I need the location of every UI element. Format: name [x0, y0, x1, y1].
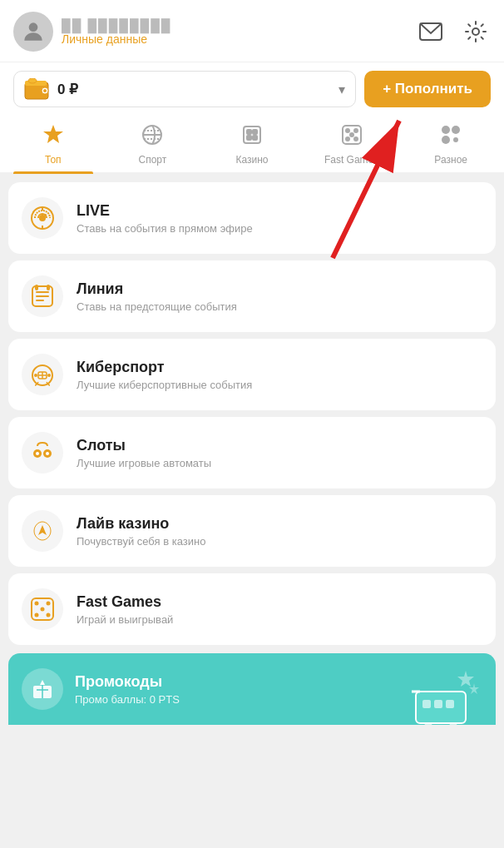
svg-rect-60 — [434, 700, 442, 708]
nav-tabs: Топ Спорт Казино — [0, 116, 504, 174]
menu-item-line[interactable]: Линия Ставь на предстоящие события — [8, 260, 496, 332]
svg-rect-11 — [247, 130, 251, 134]
svg-point-17 — [354, 129, 358, 132]
avatar[interactable] — [13, 12, 53, 52]
svg-point-21 — [442, 126, 450, 134]
svg-rect-13 — [247, 136, 251, 140]
menu-item-slots[interactable]: Слоты Лучшие игровые автоматы — [8, 417, 496, 488]
svg-point-50 — [35, 613, 39, 617]
svg-rect-12 — [253, 130, 257, 134]
tab-top-label: Топ — [45, 154, 62, 166]
svg-point-52 — [41, 607, 45, 612]
user-info: ██ ████████ Личные данные — [62, 18, 171, 46]
message-button[interactable] — [416, 17, 446, 47]
tab-sport[interactable]: Спорт — [103, 116, 203, 172]
svg-point-42 — [47, 374, 51, 377]
svg-point-19 — [354, 137, 358, 141]
slots-icon — [22, 432, 63, 474]
svg-point-51 — [47, 613, 51, 617]
menu-item-esports[interactable]: Киберспорт Лучшие киберспортивные событи… — [8, 339, 496, 410]
live-casino-icon — [22, 510, 63, 552]
menu-item-live[interactable]: LIVE Ставь на события в прямом эфире — [8, 182, 496, 254]
line-subtitle: Ставь на предстоящие события — [77, 300, 237, 313]
live-casino-title: Лайв казино — [77, 515, 205, 533]
svg-point-7 — [28, 78, 37, 83]
line-text: Линия Ставь на предстоящие события — [77, 280, 237, 313]
slots-title: Слоты — [77, 437, 211, 454]
balance-chevron-icon: ▾ — [338, 82, 345, 97]
header-left: ██ ████████ Личные данные — [13, 12, 171, 52]
live-casino-subtitle: Почувствуй себя в казино — [77, 535, 205, 548]
promo-banner[interactable]: Промокоды Промо баллы: 0 PTS — [8, 653, 496, 725]
live-title: LIVE — [77, 202, 253, 220]
slots-text: Слоты Лучшие игровые автоматы — [77, 437, 211, 469]
personal-data-link[interactable]: Личные данные — [62, 32, 171, 46]
svg-point-6 — [43, 89, 47, 92]
tab-top-icon — [42, 124, 64, 151]
tab-casino[interactable]: Казино — [202, 116, 302, 172]
fast-games-icon — [22, 588, 63, 630]
svg-point-20 — [350, 133, 353, 136]
svg-point-16 — [346, 129, 349, 132]
promo-text: Промокоды Промо баллы: 0 PTS — [75, 673, 180, 706]
svg-rect-59 — [422, 700, 431, 708]
esports-subtitle: Лучшие киберспортивные события — [77, 379, 252, 391]
line-icon — [22, 275, 63, 317]
promo-title: Промокоды — [75, 673, 180, 691]
svg-point-49 — [47, 602, 51, 606]
wallet-icon — [24, 78, 51, 100]
settings-button[interactable] — [461, 17, 491, 47]
esports-title: Киберспорт — [77, 359, 252, 376]
fast-games-text: Fast Games Играй и выигрывай — [77, 593, 173, 626]
balance-left[interactable]: 0 ₽ ▾ — [13, 71, 356, 107]
esports-icon — [22, 354, 63, 395]
tab-fast-games-icon — [341, 124, 363, 151]
fast-games-title: Fast Games — [77, 593, 173, 611]
tab-casino-label: Казино — [235, 154, 268, 166]
username-masked: ██ ████████ — [62, 18, 171, 32]
svg-marker-57 — [469, 683, 479, 694]
promo-icon — [22, 668, 63, 710]
svg-point-41 — [34, 374, 37, 377]
menu-item-live-casino[interactable]: Лайв казино Почувствуй себя в казино — [8, 495, 496, 567]
live-text: LIVE Ставь на события в прямом эфире — [77, 202, 253, 235]
svg-rect-35 — [35, 285, 38, 290]
svg-rect-10 — [244, 126, 260, 143]
promo-subtitle: Промо баллы: 0 PTS — [75, 693, 180, 706]
main-content: LIVE Ставь на события в прямом эфире Лин… — [0, 174, 504, 725]
promo-decoration — [408, 667, 482, 725]
balance-amount: 0 ₽ — [57, 81, 332, 98]
svg-point-48 — [35, 602, 39, 606]
live-icon — [22, 197, 63, 239]
svg-point-18 — [346, 137, 349, 141]
tab-misc-label: Разное — [434, 154, 467, 166]
tab-sport-label: Спорт — [139, 154, 167, 166]
svg-rect-61 — [446, 700, 454, 708]
topup-button[interactable]: + Пополнить — [364, 71, 491, 107]
menu-item-fast-games[interactable]: Fast Games Играй и выигрывай — [8, 573, 496, 645]
tab-misc[interactable]: Разное — [401, 116, 501, 172]
tab-top[interactable]: Топ — [3, 116, 103, 172]
tab-fast-games[interactable]: Fast Games — [302, 116, 402, 172]
live-casino-text: Лайв казино Почувствуй себя в казино — [77, 515, 205, 548]
line-title: Линия — [77, 280, 237, 298]
svg-rect-36 — [47, 285, 50, 290]
fast-games-subtitle: Играй и выигрывай — [77, 613, 173, 626]
svg-point-24 — [453, 137, 458, 142]
header: ██ ████████ Личные данные — [0, 0, 504, 62]
tab-casino-icon — [241, 124, 263, 151]
svg-point-23 — [442, 136, 450, 144]
live-subtitle: Ставь на события в прямом эфире — [77, 222, 253, 235]
svg-point-0 — [29, 22, 38, 32]
svg-marker-8 — [43, 125, 63, 143]
esports-text: Киберспорт Лучшие киберспортивные событи… — [77, 359, 252, 391]
svg-point-22 — [452, 126, 460, 134]
svg-rect-14 — [253, 136, 257, 140]
svg-point-46 — [46, 452, 49, 455]
svg-point-2 — [472, 28, 479, 35]
svg-marker-56 — [457, 671, 474, 687]
header-icons — [416, 17, 491, 47]
tab-misc-icon — [440, 124, 462, 151]
balance-bar: 0 ₽ ▾ + Пополнить — [0, 62, 504, 116]
tab-sport-icon — [141, 124, 163, 151]
